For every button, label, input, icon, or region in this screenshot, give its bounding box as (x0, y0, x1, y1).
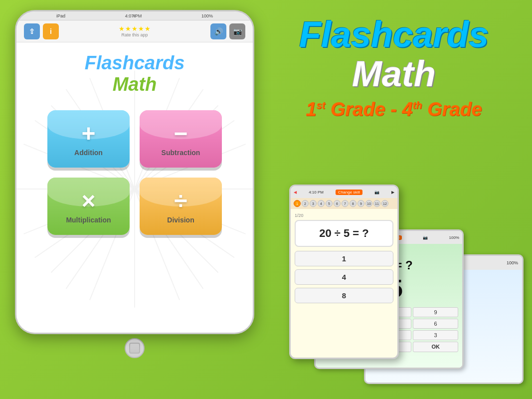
front-header: ◀ 4:10 PM Change skill 📷 ▶ (291, 186, 397, 198)
card-question: 20 ÷ 5 = ? (302, 227, 386, 240)
addition-button[interactable]: + Addition (47, 110, 130, 168)
grid-9[interactable]: 9 (413, 307, 458, 317)
num-circle-4: 4 (318, 200, 325, 207)
division-button[interactable]: ÷ Division (140, 178, 222, 235)
front-camera-icon: 📷 (374, 190, 379, 195)
num-circle-3: 3 (310, 200, 317, 207)
status-left: iPad (56, 13, 65, 18)
num-circle-11: 11 (373, 200, 380, 207)
multiplication-label: Multiplication (66, 216, 111, 224)
screenshots-area: iPad ▾ 4:06 PM 100% 1 + 3 ◀ 4:08 PM Chan… (264, 185, 524, 399)
share-button[interactable]: ⇧ (24, 23, 40, 39)
front-change-skill[interactable]: Change skill (336, 190, 362, 195)
title-flashcards: Flashcards (264, 15, 524, 54)
num-circle-8: 8 (350, 200, 356, 207)
right-panel: Flashcards Math 1st Grade - 4th Grade iP… (264, 10, 524, 399)
star-rating: ★★★★★ (119, 25, 151, 32)
ipad-title-flashcards: Flashcards (85, 52, 185, 74)
ipad-home-button[interactable] (125, 338, 145, 358)
num-circle-12: 12 (381, 200, 388, 207)
camera-dot (133, 14, 136, 17)
ipad-frame: iPad 4:07 PM 100% ⇧ i ★★★★★ Rate this ap… (15, 10, 254, 334)
addition-symbol: + (81, 122, 95, 146)
subtraction-label: Subtraction (162, 149, 200, 157)
ipad-status-bar: iPad 4:07 PM 100% (16, 11, 253, 20)
question-card: 20 ÷ 5 = ? (295, 220, 393, 247)
num-circle-5: 5 (326, 200, 333, 207)
answer-2[interactable]: 4 (295, 269, 393, 285)
num-circle-2: 2 (302, 200, 309, 207)
rate-text: Rate this app (121, 32, 148, 37)
num-circle-6: 6 (334, 200, 341, 207)
toolbar-center: ★★★★★ Rate this app (119, 25, 151, 37)
app-title: Flashcards Math (264, 15, 524, 94)
grid-6[interactable]: 6 (413, 319, 458, 329)
division-label: Division (167, 216, 194, 224)
subtraction-button[interactable]: − Subtraction (140, 110, 222, 168)
camera-button[interactable]: 📷 (229, 23, 245, 39)
toolbar-right: 🔊 📷 (210, 23, 245, 39)
division-symbol: ÷ (174, 189, 187, 213)
num-circle-10: 10 (365, 200, 372, 207)
num-circle-1: 1 (294, 200, 301, 207)
ipad-title-math: Math (85, 74, 185, 95)
mid-battery: 100% (449, 235, 459, 240)
ipad-home-inner (129, 343, 140, 354)
grade-text: 1st Grade - 4th Grade (264, 99, 524, 120)
front-card-body: 1/20 20 ÷ 5 = ? 1 4 8 (291, 209, 397, 310)
front-play-icon: ▶ (391, 190, 394, 195)
front-time: 4:10 PM (309, 190, 324, 195)
grid-3[interactable]: 3 (413, 330, 458, 340)
multiplication-symbol: × (81, 189, 95, 213)
front-back-icon: ◀ (294, 190, 297, 195)
ipad-app-title: Flashcards Math (85, 52, 185, 95)
num-circle-7: 7 (342, 200, 349, 207)
ipad-wrapper: iPad 4:07 PM 100% ⇧ i ★★★★★ Rate this ap… (15, 10, 254, 384)
num-circle-9: 9 (357, 200, 364, 207)
answer-1[interactable]: 1 (295, 251, 393, 266)
ok-button[interactable]: OK (413, 342, 458, 352)
info-button[interactable]: i (43, 23, 59, 39)
front-num-row: 1 2 3 4 5 6 7 8 9 10 11 12 (291, 198, 397, 209)
title-math: Math (264, 54, 524, 94)
multiplication-button[interactable]: × Multiplication (47, 178, 130, 235)
addition-label: Addition (74, 149, 103, 157)
answer-3[interactable]: 8 (295, 288, 393, 303)
back-battery: 100% (507, 260, 518, 265)
card-counter: 1/20 (295, 213, 393, 218)
front-screenshot: ◀ 4:10 PM Change skill 📷 ▶ 1 2 3 4 5 6 7… (289, 185, 399, 359)
subtraction-symbol: − (174, 122, 187, 146)
status-battery: 100% (201, 13, 213, 18)
toolbar-left: ⇧ i (24, 23, 59, 39)
ipad-toolbar: ⇧ i ★★★★★ Rate this app 🔊 📷 (16, 20, 253, 42)
operations-grid: + Addition − Subtraction × Multiplicatio… (27, 110, 242, 235)
sound-button[interactable]: 🔊 (210, 23, 226, 39)
ipad-content: Flashcards Math + Addition − Subtraction… (16, 42, 253, 334)
mid-icon: 📷 (423, 235, 428, 240)
